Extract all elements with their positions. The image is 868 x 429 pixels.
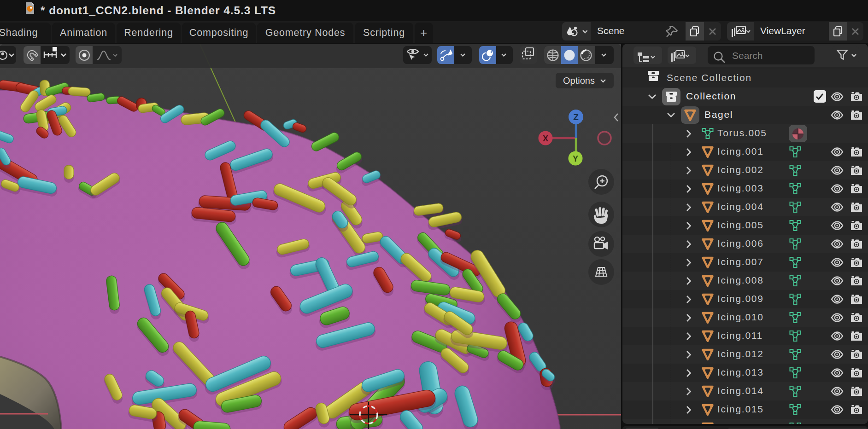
svg-text:Y: Y	[573, 154, 578, 163]
svg-text:X: X	[543, 134, 548, 143]
svg-text:Z: Z	[573, 112, 579, 122]
